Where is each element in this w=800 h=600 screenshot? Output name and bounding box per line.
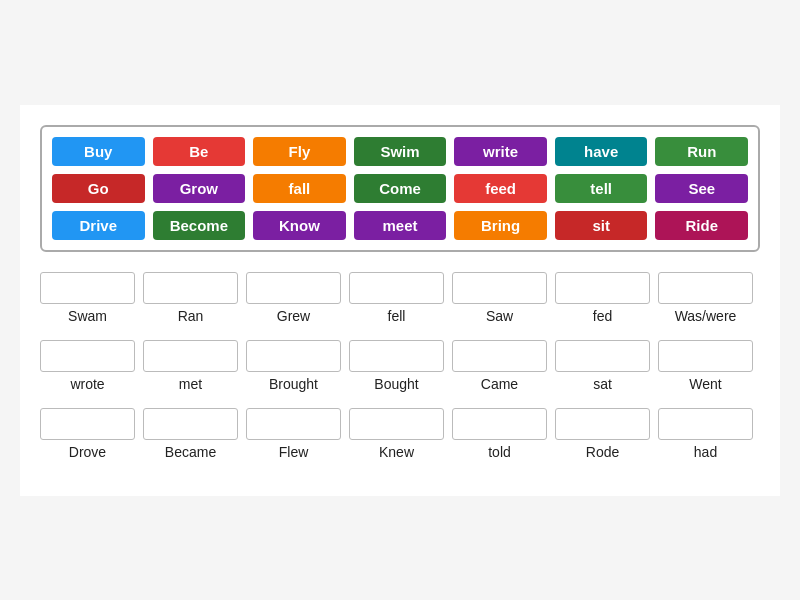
word-bank-row-0: BuyBeFlySwimwritehaveRun bbox=[52, 137, 748, 166]
answer-label-1-6: Went bbox=[689, 376, 721, 392]
answer-input-2-3[interactable] bbox=[349, 408, 444, 440]
answer-label-0-1: Ran bbox=[178, 308, 204, 324]
answer-label-1-0: wrote bbox=[70, 376, 104, 392]
word-chip-ride[interactable]: Ride bbox=[655, 211, 748, 240]
answer-group-2-1: Became bbox=[143, 408, 238, 460]
answer-group-0-5: fed bbox=[555, 272, 650, 324]
answer-group-1-1: met bbox=[143, 340, 238, 392]
answer-sections: SwamRanGrewfellSawfedWas/werewrotemetBro… bbox=[40, 272, 760, 460]
answer-input-0-3[interactable] bbox=[349, 272, 444, 304]
answer-label-1-2: Brought bbox=[269, 376, 318, 392]
word-chip-have[interactable]: have bbox=[555, 137, 648, 166]
answer-section-1: wrotemetBroughtBoughtCamesatWent bbox=[40, 340, 760, 392]
answer-label-0-3: fell bbox=[388, 308, 406, 324]
answer-label-0-4: Saw bbox=[486, 308, 513, 324]
answer-group-0-3: fell bbox=[349, 272, 444, 324]
answer-input-2-0[interactable] bbox=[40, 408, 135, 440]
answer-label-2-5: Rode bbox=[586, 444, 619, 460]
word-chip-see[interactable]: See bbox=[655, 174, 748, 203]
answer-section-2: DroveBecameFlewKnewtoldRodehad bbox=[40, 408, 760, 460]
answer-input-0-2[interactable] bbox=[246, 272, 341, 304]
answer-input-2-4[interactable] bbox=[452, 408, 547, 440]
word-chip-write[interactable]: write bbox=[454, 137, 547, 166]
word-chip-be[interactable]: Be bbox=[153, 137, 246, 166]
answer-input-2-5[interactable] bbox=[555, 408, 650, 440]
answer-input-row-2: DroveBecameFlewKnewtoldRodehad bbox=[40, 408, 760, 460]
answer-input-0-4[interactable] bbox=[452, 272, 547, 304]
answer-label-2-0: Drove bbox=[69, 444, 106, 460]
answer-group-1-4: Came bbox=[452, 340, 547, 392]
answer-input-0-6[interactable] bbox=[658, 272, 753, 304]
word-chip-swim[interactable]: Swim bbox=[354, 137, 447, 166]
word-chip-fly[interactable]: Fly bbox=[253, 137, 346, 166]
word-chip-go[interactable]: Go bbox=[52, 174, 145, 203]
word-chip-meet[interactable]: meet bbox=[354, 211, 447, 240]
word-bank: BuyBeFlySwimwritehaveRunGoGrowfallComefe… bbox=[40, 125, 760, 252]
answer-input-1-2[interactable] bbox=[246, 340, 341, 372]
answer-group-1-3: Bought bbox=[349, 340, 444, 392]
answer-input-row-0: SwamRanGrewfellSawfedWas/were bbox=[40, 272, 760, 324]
answer-label-2-4: told bbox=[488, 444, 511, 460]
answer-label-0-0: Swam bbox=[68, 308, 107, 324]
answer-label-2-6: had bbox=[694, 444, 717, 460]
answer-group-0-0: Swam bbox=[40, 272, 135, 324]
answer-input-1-3[interactable] bbox=[349, 340, 444, 372]
answer-group-1-0: wrote bbox=[40, 340, 135, 392]
word-chip-grow[interactable]: Grow bbox=[153, 174, 246, 203]
answer-group-1-6: Went bbox=[658, 340, 753, 392]
word-chip-sit[interactable]: sit bbox=[555, 211, 648, 240]
answer-input-1-6[interactable] bbox=[658, 340, 753, 372]
answer-group-2-5: Rode bbox=[555, 408, 650, 460]
word-chip-become[interactable]: Become bbox=[153, 211, 246, 240]
answer-label-0-2: Grew bbox=[277, 308, 310, 324]
answer-input-2-6[interactable] bbox=[658, 408, 753, 440]
answer-group-2-6: had bbox=[658, 408, 753, 460]
answer-group-2-4: told bbox=[452, 408, 547, 460]
word-bank-row-2: DriveBecomeKnowmeetBringsitRide bbox=[52, 211, 748, 240]
answer-group-1-5: sat bbox=[555, 340, 650, 392]
answer-label-0-5: fed bbox=[593, 308, 612, 324]
word-chip-bring[interactable]: Bring bbox=[454, 211, 547, 240]
answer-label-2-1: Became bbox=[165, 444, 216, 460]
word-chip-come[interactable]: Come bbox=[354, 174, 447, 203]
answer-input-1-0[interactable] bbox=[40, 340, 135, 372]
answer-group-1-2: Brought bbox=[246, 340, 341, 392]
word-chip-buy[interactable]: Buy bbox=[52, 137, 145, 166]
word-chip-know[interactable]: Know bbox=[253, 211, 346, 240]
word-bank-row-1: GoGrowfallComefeedtellSee bbox=[52, 174, 748, 203]
answer-label-1-4: Came bbox=[481, 376, 518, 392]
answer-input-1-4[interactable] bbox=[452, 340, 547, 372]
answer-section-0: SwamRanGrewfellSawfedWas/were bbox=[40, 272, 760, 324]
answer-input-0-5[interactable] bbox=[555, 272, 650, 304]
answer-input-row-1: wrotemetBroughtBoughtCamesatWent bbox=[40, 340, 760, 392]
answer-input-1-5[interactable] bbox=[555, 340, 650, 372]
answer-input-1-1[interactable] bbox=[143, 340, 238, 372]
answer-label-1-3: Bought bbox=[374, 376, 418, 392]
word-chip-fall[interactable]: fall bbox=[253, 174, 346, 203]
answer-label-1-5: sat bbox=[593, 376, 612, 392]
answer-label-0-6: Was/were bbox=[675, 308, 737, 324]
word-chip-feed[interactable]: feed bbox=[454, 174, 547, 203]
answer-input-2-2[interactable] bbox=[246, 408, 341, 440]
word-chip-tell[interactable]: tell bbox=[555, 174, 648, 203]
answer-input-0-1[interactable] bbox=[143, 272, 238, 304]
answer-label-1-1: met bbox=[179, 376, 202, 392]
answer-group-2-2: Flew bbox=[246, 408, 341, 460]
answer-group-0-1: Ran bbox=[143, 272, 238, 324]
answer-input-0-0[interactable] bbox=[40, 272, 135, 304]
word-chip-drive[interactable]: Drive bbox=[52, 211, 145, 240]
answer-group-0-2: Grew bbox=[246, 272, 341, 324]
answer-input-2-1[interactable] bbox=[143, 408, 238, 440]
answer-group-2-3: Knew bbox=[349, 408, 444, 460]
main-container: BuyBeFlySwimwritehaveRunGoGrowfallComefe… bbox=[20, 105, 780, 496]
answer-label-2-2: Flew bbox=[279, 444, 309, 460]
answer-group-0-4: Saw bbox=[452, 272, 547, 324]
answer-group-0-6: Was/were bbox=[658, 272, 753, 324]
answer-label-2-3: Knew bbox=[379, 444, 414, 460]
answer-group-2-0: Drove bbox=[40, 408, 135, 460]
word-chip-run[interactable]: Run bbox=[655, 137, 748, 166]
